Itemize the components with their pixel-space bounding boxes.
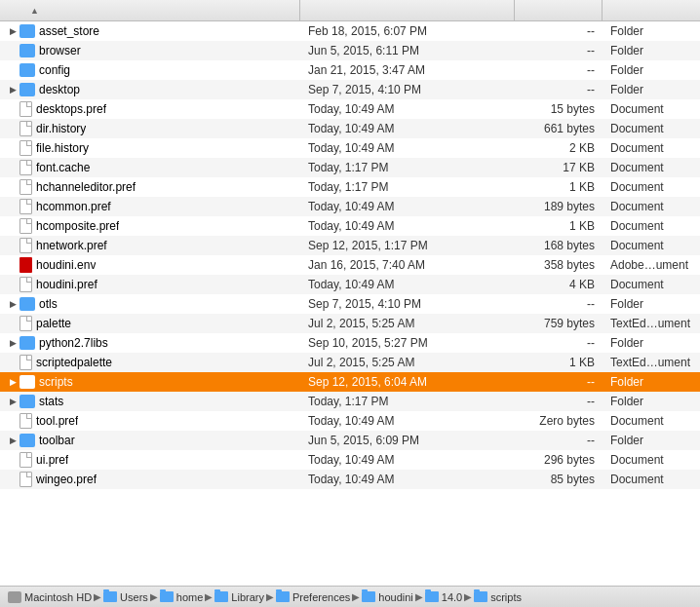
file-row[interactable]: ▶desktopSep 7, 2015, 4:10 PM--Folder (0, 80, 700, 99)
disclosure-triangle[interactable]: ▶ (6, 24, 19, 38)
file-row[interactable]: hnetwork.prefSep 12, 2015, 1:17 PM168 by… (0, 236, 700, 255)
file-row[interactable]: dir.historyToday, 10:49 AM661 bytesDocum… (0, 119, 700, 138)
file-kind: Document (603, 102, 700, 116)
file-row[interactable]: ui.prefToday, 10:49 AM296 bytesDocument (0, 450, 700, 470)
file-row[interactable]: wingeo.prefToday, 10:49 AM85 bytesDocume… (0, 470, 700, 489)
disclosure-triangle[interactable]: ▶ (6, 395, 19, 408)
file-date: Today, 10:49 AM (300, 414, 515, 428)
file-kind: Document (603, 141, 700, 155)
file-date: Sep 10, 2015, 5:27 PM (300, 336, 515, 350)
file-date: Sep 12, 2015, 1:17 PM (300, 239, 515, 252)
breadcrumb-label: scripts (490, 591, 522, 603)
disclosure-triangle (6, 141, 19, 155)
file-row[interactable]: hcommon.prefToday, 10:49 AM189 bytesDocu… (0, 197, 700, 216)
col-date[interactable] (300, 0, 515, 20)
file-name-cell: hcommon.pref (0, 199, 300, 214)
breadcrumb-item[interactable]: Macintosh HD (8, 591, 92, 603)
file-kind: Folder (603, 63, 700, 77)
file-size: -- (515, 44, 603, 57)
breadcrumb-item[interactable]: Preferences (276, 591, 350, 603)
disclosure-triangle[interactable]: ▶ (6, 336, 19, 350)
file-size: -- (515, 24, 603, 38)
breadcrumb-item[interactable]: home (160, 591, 204, 603)
file-row[interactable]: browserJun 5, 2015, 6:11 PM--Folder (0, 41, 700, 60)
folder-icon (19, 63, 35, 77)
file-name-cell: hnetwork.pref (0, 238, 300, 253)
breadcrumb-separator: ▶ (150, 591, 158, 602)
document-icon (19, 452, 32, 468)
file-row[interactable]: ▶statsToday, 1:17 PM--Folder (0, 392, 700, 411)
file-label: ui.pref (36, 453, 68, 467)
file-date: Feb 18, 2015, 6:07 PM (300, 24, 515, 38)
breadcrumb-item[interactable]: 14.0 (425, 591, 462, 603)
file-name-cell: scriptedpalette (0, 355, 300, 370)
col-name[interactable]: ▲ (0, 0, 300, 20)
disclosure-triangle[interactable]: ▶ (6, 375, 19, 389)
document-icon (19, 472, 32, 487)
file-name-cell: ▶toolbar (0, 434, 300, 447)
file-row[interactable]: houdini.envJan 16, 2015, 7:40 AM358 byte… (0, 255, 700, 275)
file-kind: Document (603, 414, 700, 428)
file-label: scripts (39, 375, 73, 389)
file-label: hchanneleditor.pref (36, 180, 136, 194)
breadcrumb: Macintosh HD▶Users▶home▶Library▶Preferen… (8, 591, 522, 603)
disclosure-triangle (6, 414, 19, 428)
disclosure-triangle (6, 122, 19, 135)
file-row[interactable]: font.cacheToday, 1:17 PM17 KBDocument (0, 158, 700, 177)
file-kind: Folder (603, 297, 700, 311)
file-row[interactable]: ▶otlsSep 7, 2015, 4:10 PM--Folder (0, 294, 700, 314)
document-icon (19, 160, 32, 175)
col-kind[interactable] (603, 0, 700, 20)
breadcrumb-label: Library (231, 591, 264, 603)
file-row[interactable]: hcomposite.prefToday, 10:49 AM1 KBDocume… (0, 216, 700, 236)
breadcrumb-item[interactable]: Library (214, 591, 264, 603)
disclosure-triangle[interactable]: ▶ (6, 434, 19, 447)
file-name-cell: ▶otls (0, 297, 300, 311)
file-kind: Adobe…ument (603, 258, 700, 272)
disclosure-triangle (6, 356, 19, 369)
file-row[interactable]: desktops.prefToday, 10:49 AM15 bytesDocu… (0, 99, 700, 119)
file-row[interactable]: houdini.prefToday, 10:49 AM4 KBDocument (0, 275, 700, 294)
document-icon (19, 355, 32, 370)
file-kind: Folder (603, 83, 700, 96)
disclosure-triangle[interactable]: ▶ (6, 297, 19, 311)
file-row[interactable]: ▶python2.7libsSep 10, 2015, 5:27 PM--Fol… (0, 333, 700, 353)
disclosure-triangle (6, 258, 19, 272)
file-date: Today, 1:17 PM (300, 180, 515, 194)
file-date: Jan 21, 2015, 3:47 AM (300, 63, 515, 77)
file-row[interactable]: configJan 21, 2015, 3:47 AM--Folder (0, 60, 700, 80)
breadcrumb-item[interactable]: scripts (474, 591, 522, 603)
file-row[interactable]: scriptedpaletteJul 2, 2015, 5:25 AM1 KBT… (0, 353, 700, 372)
document-icon (19, 121, 32, 136)
breadcrumb-separator: ▶ (352, 591, 360, 602)
file-row[interactable]: paletteJul 2, 2015, 5:25 AM759 bytesText… (0, 314, 700, 333)
disclosure-triangle (6, 473, 19, 486)
file-name-cell: font.cache (0, 160, 300, 175)
breadcrumb-item[interactable]: Users (103, 591, 148, 603)
file-name-cell: dir.history (0, 121, 300, 136)
file-date: Today, 1:17 PM (300, 161, 515, 174)
file-row[interactable]: file.historyToday, 10:49 AM2 KBDocument (0, 138, 700, 158)
file-date: Sep 7, 2015, 4:10 PM (300, 297, 515, 311)
file-name-cell: browser (0, 44, 300, 57)
file-row[interactable]: hchanneleditor.prefToday, 1:17 PM1 KBDoc… (0, 177, 700, 197)
file-size: 2 KB (515, 141, 603, 155)
folder-icon (19, 83, 35, 96)
breadcrumb-item[interactable]: houdini (362, 591, 412, 603)
file-kind: Folder (603, 44, 700, 57)
file-date: Today, 10:49 AM (300, 219, 515, 233)
file-row[interactable]: ▶scriptsSep 12, 2015, 6:04 AM--Folder (0, 372, 700, 392)
col-size[interactable] (515, 0, 603, 20)
folder-icon (19, 24, 35, 38)
file-row[interactable]: tool.prefToday, 10:49 AMZero bytesDocume… (0, 411, 700, 431)
disclosure-triangle[interactable]: ▶ (6, 83, 19, 96)
file-name-cell: ▶stats (0, 395, 300, 408)
file-label: houdini.pref (36, 278, 97, 291)
breadcrumb-folder-icon (103, 591, 117, 602)
file-name-cell: houdini.env (0, 257, 300, 273)
file-row[interactable]: ▶toolbarJun 5, 2015, 6:09 PM--Folder (0, 431, 700, 450)
file-row[interactable]: ▶asset_storeFeb 18, 2015, 6:07 PM--Folde… (0, 21, 700, 41)
file-label: desktops.pref (36, 102, 106, 116)
file-kind: Document (603, 200, 700, 213)
file-size: 759 bytes (515, 317, 603, 330)
